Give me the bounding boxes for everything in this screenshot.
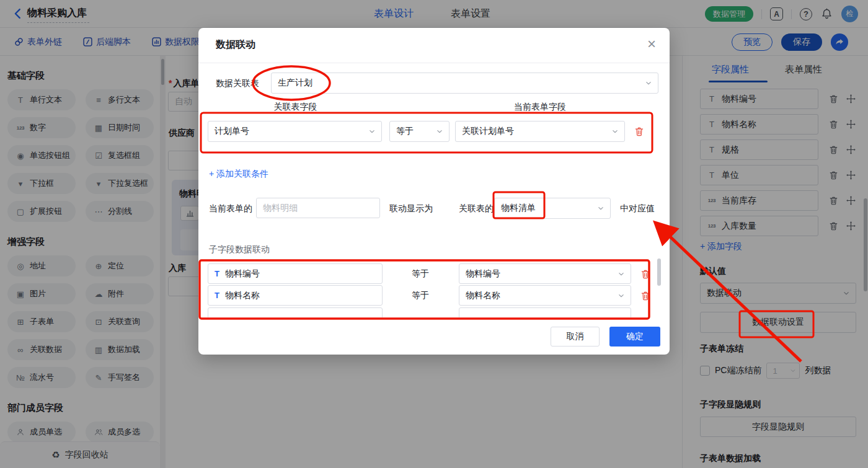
ok-button[interactable]: 确定 [609, 327, 660, 347]
suffix-label: 中对应值 [620, 203, 655, 214]
single-line-text-icon: T [215, 291, 219, 300]
modal-title: 数据联动 [216, 38, 255, 51]
divider [198, 63, 670, 63]
data-linkage-modal: 数据联动 × 数据关联表 生产计划 关联表字段 当前表单字段 计划单号 等于 关… [198, 28, 670, 355]
chevron-down-icon [617, 291, 626, 300]
operator-label: 等于 [412, 268, 429, 280]
subfield-value-select[interactable]: 物料编号 [459, 263, 631, 284]
delete-subfield-icon[interactable] [640, 268, 651, 280]
subfield-label: 物料编号 [225, 268, 260, 280]
single-line-text-icon: T [215, 269, 219, 278]
relation-table-label: 数据关联表 [216, 78, 259, 89]
subfield-box[interactable]: T物料编号 [208, 263, 383, 284]
condition-operator-select[interactable]: 等于 [389, 121, 450, 142]
subfield-row-partial [205, 307, 663, 317]
column-header-right: 当前表单字段 [455, 102, 625, 113]
cancel-button[interactable]: 取消 [551, 327, 600, 347]
modal-scrollbar-thumb[interactable] [657, 258, 661, 286]
subfield-section-title: 子字段数据联动 [209, 244, 270, 255]
chevron-down-icon [644, 79, 653, 87]
subfield-box[interactable] [208, 307, 383, 317]
related-table-field-select[interactable]: 物料清单 [494, 198, 611, 219]
current-form-label: 当前表单的 [209, 203, 252, 214]
relation-table-select[interactable]: 生产计划 [271, 73, 658, 94]
chevron-down-icon [611, 127, 619, 136]
subfield-label: 物料名称 [225, 290, 260, 301]
add-condition-link[interactable]: + 添加关联条件 [209, 169, 268, 180]
condition-current-select[interactable]: 关联计划单号 [455, 121, 625, 142]
current-form-field-input[interactable]: 物料明细 [256, 198, 380, 218]
condition-field-select[interactable]: 计划单号 [208, 121, 382, 142]
close-icon[interactable]: × [647, 34, 656, 53]
column-header-left: 关联表字段 [208, 102, 383, 113]
subfield-value-select[interactable] [459, 307, 631, 317]
chevron-down-icon [435, 127, 444, 136]
subfield-row: T物料编号等于物料编号 [205, 263, 663, 285]
subfield-row: T物料名称等于物料名称 [205, 285, 663, 306]
operator-label: 等于 [412, 290, 429, 301]
display-as-label: 联动显示为 [389, 203, 433, 214]
subfield-rows: T物料编号等于物料编号T物料名称等于物料名称 [205, 263, 663, 307]
chevron-down-icon [596, 204, 605, 213]
subfield-box[interactable]: T物料名称 [208, 285, 383, 306]
related-table-label: 关联表的 [459, 203, 494, 214]
delete-subfield-icon[interactable] [640, 290, 651, 301]
subfield-value-select[interactable]: 物料名称 [459, 285, 631, 306]
chevron-down-icon [617, 270, 626, 278]
delete-condition-icon[interactable] [634, 126, 645, 137]
chevron-down-icon [368, 127, 376, 136]
